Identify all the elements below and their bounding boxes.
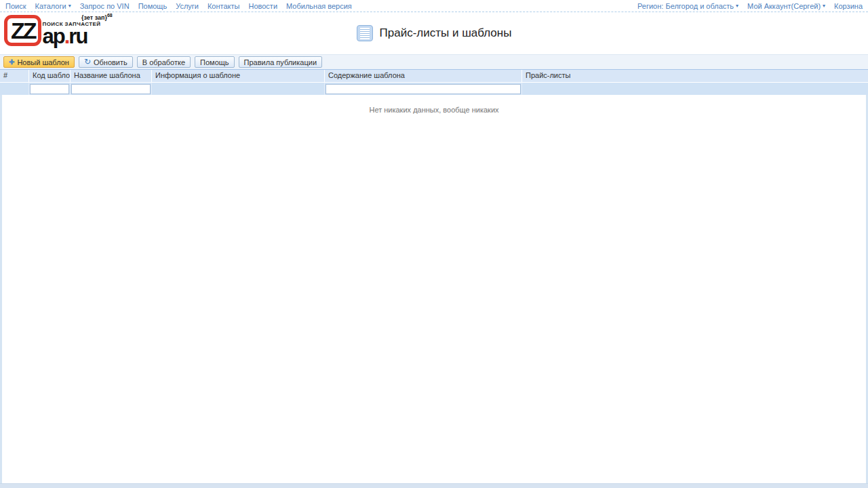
refresh-icon: ↻ (84, 58, 91, 66)
page-header: ZZ ПОИСК ЗАПЧАСТЕЙ ap.ru {зет зап}68 Пра… (0, 12, 868, 54)
plus-icon: ✚ (9, 59, 14, 66)
filter-cell-template-content (325, 83, 522, 95)
refresh-button-label: Обновить (94, 58, 127, 66)
nav-link-services[interactable]: Услуги (176, 2, 199, 10)
top-nav-left: Поиск Каталоги▾ Запрос по VIN Помощь Усл… (5, 2, 352, 10)
grid-header-row: # Код шаблона Название шаблона Информаци… (0, 69, 868, 82)
top-nav-bar: Поиск Каталоги▾ Запрос по VIN Помощь Усл… (0, 0, 868, 12)
toolbar: ✚Новый шаблон ↻Обновить В обработке Помо… (0, 54, 868, 69)
nav-link-region-label: Регион: Белгород и область (637, 2, 734, 10)
filter-input-template-name[interactable] (71, 84, 151, 94)
chevron-down-icon: ▾ (68, 3, 71, 9)
nav-link-account[interactable]: Мой Аккаунт(Сергей)▾ (747, 2, 825, 10)
nav-link-catalogs[interactable]: Каталоги▾ (35, 2, 71, 10)
nav-link-region[interactable]: Регион: Белгород и область▾ (637, 2, 738, 10)
help-button[interactable]: Помощь (195, 56, 235, 68)
publication-rules-button[interactable]: Правила публикации (239, 56, 322, 68)
page-title-wrap: Прайс-листы и шаблоны (0, 12, 868, 54)
logo-zz-text: ZZ (11, 18, 35, 43)
nav-link-vin-request[interactable]: Запрос по VIN (80, 2, 130, 10)
nav-link-contacts[interactable]: Контакты (208, 2, 240, 10)
logo-right-part: ПОИСК ЗАПЧАСТЕЙ ap.ru (43, 21, 101, 46)
column-header-index[interactable]: # (0, 70, 29, 82)
column-header-price-lists[interactable]: Прайс-листы (522, 70, 868, 82)
nav-link-mobile-version[interactable]: Мобильная версия (286, 2, 352, 10)
column-header-template-name[interactable]: Название шаблона (71, 70, 152, 82)
nav-link-search[interactable]: Поиск (5, 2, 26, 10)
top-nav-right: Регион: Белгород и область▾ Мой Аккаунт(… (637, 2, 863, 10)
filter-input-template-content[interactable] (326, 84, 521, 94)
filter-cell-price-lists (522, 83, 868, 95)
column-header-template-info[interactable]: Информация о шаблоне (152, 70, 325, 82)
filter-cell-template-info (152, 83, 325, 95)
nav-link-help[interactable]: Помощь (138, 2, 167, 10)
new-template-button[interactable]: ✚Новый шаблон (3, 56, 75, 68)
logo-apru-text: ap.ru (43, 27, 101, 45)
filter-cell-index (0, 83, 29, 95)
new-template-button-label: Новый шаблон (17, 58, 69, 66)
page-title: Прайс-листы и шаблоны (380, 26, 512, 40)
refresh-button[interactable]: ↻Обновить (79, 56, 133, 68)
zzap-logo[interactable]: ZZ ПОИСК ЗАПЧАСТЕЙ ap.ru {зет зап}68 (4, 15, 100, 46)
filter-cell-template-name (71, 83, 152, 95)
grid-filter-row (0, 82, 868, 95)
filter-input-template-code[interactable] (30, 84, 69, 94)
chevron-down-icon: ▾ (736, 3, 738, 9)
footer-strip (0, 483, 868, 488)
page: Поиск Каталоги▾ Запрос по VIN Помощь Усл… (0, 0, 868, 488)
filter-cell-template-code (29, 83, 71, 95)
logo-slogan: {зет зап}68 (81, 13, 113, 21)
in-processing-button[interactable]: В обработке (137, 56, 191, 68)
nav-link-account-label: Мой Аккаунт(Сергей) (747, 2, 821, 10)
nav-link-cart[interactable]: Корзина (834, 2, 863, 10)
logo-zz-box: ZZ (4, 15, 41, 46)
price-list-icon (357, 25, 373, 41)
empty-data-message: Нет никаких данных, вообще никаких (2, 106, 866, 114)
column-header-template-code[interactable]: Код шаблона (29, 70, 71, 82)
column-header-template-content[interactable]: Содержание шаблона (325, 70, 522, 82)
nav-link-catalogs-label: Каталоги (35, 2, 66, 10)
chevron-down-icon: ▾ (823, 3, 825, 9)
nav-link-news[interactable]: Новости (248, 2, 277, 10)
grid-data-area: Нет никаких данных, вообще никаких (0, 95, 868, 483)
price-list-icon-paper (360, 28, 370, 39)
